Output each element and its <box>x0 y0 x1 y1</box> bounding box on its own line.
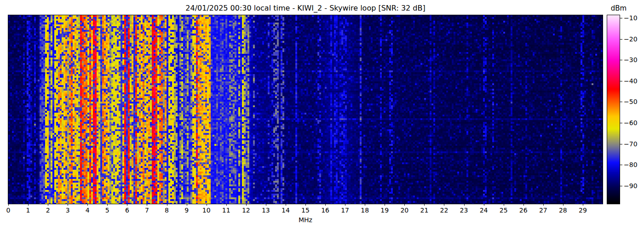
x-tick-label: 10 <box>197 207 216 214</box>
colorbar-canvas <box>607 15 620 204</box>
x-tick-label: 9 <box>178 207 196 214</box>
x-tick-label: 4 <box>78 207 97 214</box>
colorbar-tick-mark <box>620 18 622 18</box>
colorbar-tick-label: −10 <box>624 15 644 21</box>
x-tick-label: 11 <box>217 207 236 214</box>
x-tick-mark <box>464 204 465 206</box>
x-tick-label: 6 <box>118 207 136 214</box>
waterfall-plot-area <box>8 15 603 204</box>
x-tick-mark <box>504 204 504 206</box>
x-tick-label: 25 <box>494 207 513 214</box>
colorbar-tick-label: −70 <box>624 141 644 147</box>
x-tick-label: 13 <box>257 207 275 214</box>
x-tick-mark <box>167 204 167 206</box>
colorbar <box>607 15 620 204</box>
colorbar-tick-label: −60 <box>624 120 644 126</box>
x-tick-mark <box>87 204 88 206</box>
x-tick-label: 24 <box>475 207 493 214</box>
x-tick-mark <box>127 204 127 206</box>
x-tick-label: 15 <box>296 207 315 214</box>
x-tick-mark <box>226 204 227 206</box>
x-tick-label: 26 <box>514 207 533 214</box>
x-tick-mark <box>325 204 326 206</box>
x-tick-mark <box>8 204 9 206</box>
colorbar-tick-mark <box>620 81 622 81</box>
x-tick-mark <box>385 204 385 206</box>
waterfall-canvas <box>8 15 603 204</box>
x-tick-mark <box>523 204 524 206</box>
colorbar-tick-label: −30 <box>624 57 644 63</box>
x-tick-label: 0 <box>0 207 17 214</box>
colorbar-title: dBm <box>600 4 637 12</box>
x-tick-mark <box>583 204 583 206</box>
x-tick-mark <box>28 204 29 206</box>
x-tick-mark <box>404 204 405 206</box>
x-tick-label: 18 <box>356 207 374 214</box>
x-tick-mark <box>305 204 306 206</box>
x-axis-label: MHz <box>8 216 603 224</box>
x-tick-label: 5 <box>98 207 116 214</box>
x-tick-label: 3 <box>58 207 77 214</box>
colorbar-tick-label: −90 <box>624 183 644 189</box>
x-tick-label: 21 <box>415 207 433 214</box>
x-tick-label: 27 <box>534 207 552 214</box>
x-tick-mark <box>48 204 48 206</box>
x-tick-label: 2 <box>39 207 57 214</box>
x-tick-label: 14 <box>276 207 295 214</box>
x-tick-mark <box>68 204 68 206</box>
plot-title: 24/01/2025 00:30 local time - KIWI_2 - S… <box>8 4 603 12</box>
x-tick-label: 20 <box>395 207 414 214</box>
spectrogram-figure: 24/01/2025 00:30 local time - KIWI_2 - S… <box>0 0 644 230</box>
x-tick-mark <box>444 204 444 206</box>
colorbar-tick-label: −20 <box>624 36 644 42</box>
x-tick-mark <box>286 204 286 206</box>
x-tick-label: 1 <box>19 207 37 214</box>
colorbar-tick-mark <box>620 60 622 60</box>
x-tick-mark <box>246 204 247 206</box>
x-tick-mark <box>147 204 147 206</box>
colorbar-tick-label: −50 <box>624 98 644 105</box>
x-tick-mark <box>266 204 266 206</box>
x-tick-label: 16 <box>316 207 334 214</box>
x-tick-label: 22 <box>435 207 453 214</box>
x-tick-mark <box>107 204 108 206</box>
colorbar-tick-label: −40 <box>624 78 644 84</box>
colorbar-tick-mark <box>620 102 622 102</box>
x-tick-mark <box>365 204 365 206</box>
colorbar-tick-mark <box>620 39 622 40</box>
x-tick-mark <box>424 204 425 206</box>
x-tick-label: 17 <box>336 207 354 214</box>
x-tick-mark <box>187 204 187 206</box>
colorbar-tick-mark <box>620 165 622 165</box>
x-tick-mark <box>345 204 345 206</box>
x-tick-mark <box>207 204 207 206</box>
x-tick-label: 7 <box>138 207 156 214</box>
colorbar-tick-mark <box>620 186 622 186</box>
colorbar-tick-mark <box>620 144 622 144</box>
colorbar-tick-label: −80 <box>624 161 644 168</box>
x-tick-mark <box>543 204 544 206</box>
x-tick-label: 29 <box>574 207 592 214</box>
x-tick-label: 28 <box>554 207 572 214</box>
x-tick-label: 12 <box>237 207 255 214</box>
x-tick-label: 23 <box>455 207 473 214</box>
x-tick-mark <box>563 204 564 206</box>
x-tick-label: 8 <box>158 207 176 214</box>
colorbar-tick-mark <box>620 123 622 123</box>
x-tick-mark <box>484 204 484 206</box>
x-tick-label: 19 <box>375 207 394 214</box>
